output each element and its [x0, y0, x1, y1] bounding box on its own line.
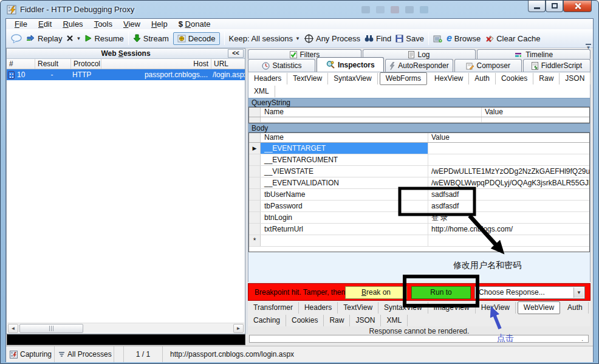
tab-resp-headers[interactable]: Headers	[299, 302, 338, 314]
qs-empty-value[interactable]	[482, 117, 589, 122]
resume-button[interactable]: Resume	[85, 34, 123, 43]
decode-toggle-button[interactable]: Decode	[173, 32, 220, 45]
body-row-new[interactable]: *	[249, 235, 589, 247]
tab-req-webforms[interactable]: WebForms	[380, 72, 427, 85]
tab-fiddlerscript[interactable]: FiddlerScript	[523, 59, 590, 72]
run-to-completion-button[interactable]: Run to Completion	[411, 286, 471, 299]
remove-sessions-button[interactable]: ▼	[66, 35, 81, 42]
screenshot-button[interactable]	[433, 35, 442, 43]
col-header-protocol[interactable]: Protocol	[71, 59, 101, 69]
tab-resp-auth[interactable]: Auth	[562, 302, 589, 314]
tab-resp-textview[interactable]: TextView	[338, 302, 378, 314]
process-target-icon	[304, 34, 313, 43]
tab-resp-caching[interactable]: Caching	[248, 315, 286, 326]
break-on-response-button[interactable]: Break on Response	[345, 286, 407, 299]
body-row-eventvalidation[interactable]: __EVENTVALIDATION /wEWBQLWwpqPDQLyj/OQAg…	[249, 177, 589, 189]
choose-response-dropdown[interactable]: Choose Response... ▼	[474, 286, 585, 299]
tab-resp-xml[interactable]: XML	[381, 315, 408, 326]
body-value-header[interactable]: Value	[428, 133, 589, 142]
clear-cache-button[interactable]: Clear Cache	[485, 34, 540, 43]
menu-help[interactable]: Help	[146, 19, 173, 29]
tab-resp-raw[interactable]: Raw	[324, 315, 350, 326]
tab-req-cookies[interactable]: Cookies	[496, 73, 533, 84]
tab-req-syntaxview[interactable]: SyntaxView	[328, 73, 377, 84]
any-process-button[interactable]: Any Process	[304, 34, 360, 43]
scroll-left-button[interactable]: ◄	[8, 324, 18, 333]
process-filter[interactable]: All Processes	[55, 346, 114, 362]
toolbar-separator	[224, 32, 225, 45]
browse-button[interactable]: e Browse	[447, 34, 481, 43]
minimize-button[interactable]	[528, 1, 546, 12]
tab-req-hexview[interactable]: HexView	[429, 73, 469, 84]
tab-resp-json[interactable]: JSON	[350, 315, 381, 326]
body-row-tbusername[interactable]: tbUserName sadfsadf	[249, 189, 589, 201]
request-inspector-tabs: Headers TextView SyntaxView WebForms Hex…	[248, 72, 590, 85]
tab-inspectors[interactable]: Inspectors	[317, 57, 384, 72]
save-button[interactable]: Save	[395, 34, 424, 43]
title-bar[interactable]: Fiddler - HTTP Debugging Proxy	[1, 1, 598, 19]
qs-value-header[interactable]: Value	[482, 108, 589, 117]
body-row-eventargument[interactable]: __EVENTARGUMENT	[249, 154, 589, 166]
tab-req-textview[interactable]: TextView	[287, 73, 328, 84]
tab-req-headers[interactable]: Headers	[248, 73, 287, 84]
tab-resp-imageview[interactable]: ImageView	[428, 302, 476, 314]
col-header-url[interactable]: URL	[211, 59, 245, 69]
close-button[interactable]	[563, 1, 592, 12]
menu-rules[interactable]: Rules	[58, 19, 87, 29]
keep-sessions-dropdown[interactable]: Keep: All sessions ▼	[229, 34, 300, 43]
statistics-clock-icon	[262, 62, 270, 70]
breakpoint-message: Breakpoint hit. Tamper, then:	[255, 288, 347, 297]
close-icon	[574, 2, 581, 10]
col-header-result[interactable]: Result	[35, 59, 71, 69]
body-name-header[interactable]: Name	[261, 133, 428, 142]
quickexec-input[interactable]	[7, 334, 245, 345]
tab-resp-syntaxview[interactable]: SyntaxView	[378, 302, 428, 314]
tab-resp-webview[interactable]: WebView	[518, 301, 560, 314]
stream-button[interactable]: Stream	[133, 34, 169, 43]
tab-resp-cookies[interactable]: Cookies	[286, 315, 324, 326]
delete-dropdown-caret-icon[interactable]: ▼	[76, 36, 81, 41]
maximize-button[interactable]	[546, 1, 563, 12]
qs-name-header[interactable]: Name	[261, 108, 482, 117]
response-inspector-tabs-row2: Caching Cookies Raw JSON XML	[248, 314, 590, 326]
tab-req-xml[interactable]: XML	[248, 86, 275, 97]
tab-req-raw[interactable]: Raw	[533, 73, 560, 84]
toolbar-separator	[128, 32, 129, 45]
find-button[interactable]: Find	[365, 34, 391, 43]
tab-req-auth[interactable]: Auth	[469, 73, 496, 84]
tab-statistics[interactable]: Statistics	[248, 59, 315, 72]
fiddler-app-icon	[7, 5, 16, 16]
col-header-number[interactable]: #	[7, 59, 35, 69]
tab-req-json[interactable]: JSON	[560, 73, 590, 84]
menu-file[interactable]: File	[10, 19, 32, 29]
tab-resp-hexview[interactable]: HexView	[476, 302, 516, 314]
comment-button[interactable]	[11, 34, 22, 43]
collapse-panel-button[interactable]: <<	[228, 49, 244, 58]
menu-tools[interactable]: Tools	[89, 19, 117, 29]
menu-edit[interactable]: Edit	[33, 19, 56, 29]
body-row-txtreturnurl[interactable]: txtReturnUrl http://home.cnblogs.com/	[249, 224, 589, 235]
capturing-fiddler-icon	[10, 351, 18, 359]
view-tabs-top: Filters Log Timeline	[248, 49, 590, 59]
tab-timeline[interactable]: Timeline	[477, 49, 590, 59]
col-header-host[interactable]: Host	[101, 59, 211, 69]
tab-resp-transformer[interactable]: Transformer	[248, 302, 299, 314]
tab-autoresponder[interactable]: AutoResponder	[385, 59, 453, 72]
replay-button[interactable]: Replay	[26, 34, 62, 43]
body-row-btnlogin[interactable]: btnLogin 登 录	[249, 212, 589, 224]
menu-view[interactable]: View	[118, 19, 145, 29]
session-row[interactable]: 10 - HTTP passport.cnblogs.... /login.as…	[7, 69, 245, 80]
qs-empty-name[interactable]	[261, 117, 482, 122]
body-row-viewstate[interactable]: __VIEWSTATE /wEPDwULLTE1MzYzODg2NzZkGAEF…	[249, 166, 589, 177]
keep-dropdown-caret-icon: ▼	[295, 36, 300, 41]
capturing-indicator[interactable]: Capturing	[6, 346, 55, 362]
menu-donate[interactable]: $ Donate	[174, 19, 216, 29]
horizontal-scrollbar[interactable]: ◄ ►	[7, 323, 244, 333]
scrollbar-thumb[interactable]	[19, 324, 83, 333]
tab-composer[interactable]: Composer	[454, 59, 522, 72]
body-row-tbpassword[interactable]: tbPassword asdfasdf	[249, 201, 589, 212]
body-row-eventtarget[interactable]: ▶ __EVENTTARGET	[249, 143, 589, 154]
scroll-right-button[interactable]: ►	[233, 324, 244, 333]
toolbar-separator	[428, 32, 429, 45]
delete-x-icon	[66, 35, 74, 42]
